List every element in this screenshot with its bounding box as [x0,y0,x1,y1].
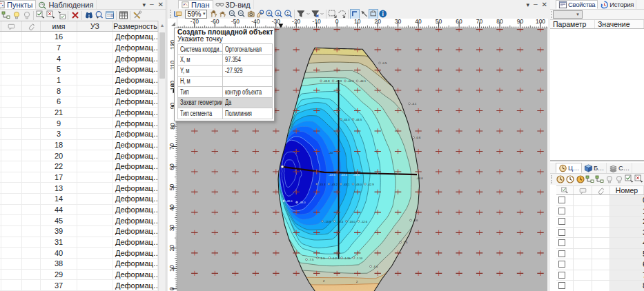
column-value[interactable]: Значение [595,20,644,28]
catalog-tab-2[interactable]: С… [607,163,632,173]
find-select-icon[interactable] [94,10,104,21]
points-row-1[interactable]: 7Деформац… [0,43,158,54]
left-tab-1[interactable]: Наблюдения [36,0,97,9]
left-close-icon[interactable]: ✕ [158,1,164,9]
cycles-all-icon[interactable] [565,174,575,185]
mid-menu-arrow-icon[interactable]: ▾ [526,1,529,9]
row-checkbox[interactable] [558,261,565,268]
info-icon[interactable]: i [378,9,388,19]
row-checkbox[interactable] [558,250,565,257]
zoom-window-icon[interactable] [255,9,265,19]
row-checkbox[interactable] [558,272,565,279]
delete-icon[interactable] [70,10,80,21]
points-row-8[interactable]: 9Деформац… [0,118,158,129]
points-row-23[interactable]: 37Деформац… [0,280,158,291]
select-lasso-icon[interactable] [338,9,347,19]
tree-view-icon[interactable] [1,10,11,21]
pan-realtime-icon[interactable] [218,9,228,19]
left-scrollbar[interactable]: ▲ [158,21,166,291]
right-tab-1[interactable]: История [598,0,636,9]
dialog-row-6[interactable]: Тип сегментаПолилиния [178,108,273,119]
points-row-13[interactable]: 17Деформац… [0,172,158,183]
dialog-row-0[interactable]: Система коорди…Ортогональная [178,44,273,55]
points-header-col-uz[interactable]: УЗ [77,21,113,31]
scale-up-icon[interactable]: A [265,9,275,19]
zoom-previous-icon[interactable] [246,9,256,19]
catalog-tab-0[interactable]: Ц… [556,163,582,173]
points-row-15[interactable]: 14Деформац… [0,194,158,205]
cycles-current-icon[interactable] [575,174,585,185]
tree-view-icon[interactable] [585,174,595,185]
row-checkbox[interactable] [558,197,565,203]
points-row-19[interactable]: 31Деформац… [0,237,158,248]
catalog-row-2[interactable]: 2 [556,217,644,228]
right-tab-0[interactable]: Свойства [556,0,598,9]
points-row-5[interactable]: 8Деформац… [0,86,158,97]
points-row-14[interactable]: 13Деформац… [0,183,158,194]
points-row-7[interactable]: 21Деформац… [0,108,158,119]
catalog-row-1[interactable]: 1 [556,206,644,217]
form-view-icon[interactable] [104,10,115,21]
select-rect-icon[interactable] [328,9,338,19]
filter-dropdown-icon[interactable] [306,9,311,19]
filter-icon[interactable] [296,9,306,19]
row-checkbox[interactable] [558,218,565,225]
catalog-row-7[interactable]: 7 [556,270,644,281]
dialog-row-5[interactable]: Захват геометрииДа [178,97,273,108]
filter-clear-icon[interactable] [311,9,320,19]
create-area-object-dialog[interactable]: Создать площадной объект Укажите точку С… [174,28,275,121]
zoom-level-combo[interactable]: 59%▾ [185,10,207,19]
segment-mode-icon[interactable] [360,9,369,19]
invert-selection-icon[interactable] [56,10,66,21]
points-row-18[interactable]: 39Деформац… [0,226,158,237]
select-checked-icon[interactable] [625,174,634,185]
row-checkbox[interactable] [558,239,565,246]
points-row-4[interactable]: 1Деформац… [0,75,158,86]
row-checkbox[interactable] [558,208,565,214]
mid-close-icon[interactable]: ✕ [542,1,547,9]
catalog-row-5[interactable]: 5 [556,249,644,260]
points-row-22[interactable]: 29Деформац… [0,270,158,281]
bulb-on-icon[interactable] [11,10,21,21]
catalog-row-6[interactable]: 6 [556,259,644,270]
table-settings-icon[interactable] [118,10,128,21]
ortho-mode-icon[interactable] [350,9,360,19]
bulb-on-icon[interactable] [605,174,614,185]
zoom-selected-icon[interactable] [284,9,293,19]
dialog-row-3[interactable]: Н, м [178,76,273,87]
left-scrollbar-thumb[interactable] [159,32,165,79]
left-minimize-icon[interactable]: ─ [150,1,154,9]
scroll-up-icon[interactable]: ▲ [159,21,166,30]
zoom-fit-icon[interactable] [173,9,183,19]
left-menu-arrow-icon[interactable]: ▾ [142,1,146,9]
rect-mode-icon[interactable] [369,9,378,19]
settings-icon[interactable] [132,10,142,21]
filter-clear-dropdown-icon[interactable] [320,9,324,19]
catalog-tab-1[interactable]: Б… [582,163,607,173]
catalog-row-8[interactable]: 8 [556,281,644,291]
left-tab-0[interactable]: Пункты [0,0,36,9]
properties-filter-combo[interactable]: ▼ [553,10,583,19]
points-row-17[interactable]: 45Деформац… [0,215,158,226]
catalog-header-col-attachment[interactable] [592,186,610,194]
points-row-16[interactable]: 44Деформац… [0,205,158,216]
tree-view2-icon[interactable] [595,174,605,185]
column-param[interactable]: Параметр [550,20,595,28]
bulb-off-icon[interactable] [614,174,624,185]
find-icon[interactable] [84,10,94,21]
select-checked-icon[interactable] [35,10,46,21]
catalog-header-col-number[interactable]: Номер [610,186,644,194]
row-checkbox[interactable] [558,229,565,236]
points-header-col-name[interactable]: имя [41,21,77,31]
points-row-3[interactable]: 5Деформац… [0,64,158,75]
points-row-2[interactable]: 4Деформац… [0,53,158,64]
points-row-11[interactable]: 20Деформац… [0,150,158,161]
mid-minimize-icon[interactable]: ─ [534,1,538,9]
dialog-row-2[interactable]: Y, м-27.929 [178,66,273,77]
points-row-6[interactable]: 6Деформац… [0,97,158,108]
cycles-icon[interactable] [556,174,565,185]
points-header-col-dimension[interactable]: Размерность [113,21,158,31]
dialog-row-4[interactable]: Типконтур объекта [178,87,273,98]
points-row-21[interactable]: 38Деформац… [0,259,158,270]
points-row-0[interactable]: 16Деформац… [0,32,158,43]
